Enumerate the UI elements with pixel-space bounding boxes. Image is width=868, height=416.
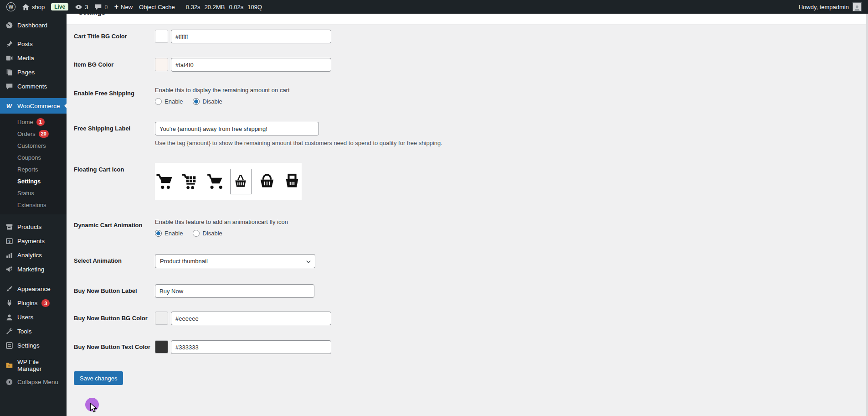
buy-now-label-input[interactable] [155, 284, 314, 298]
submenu-item-coupons[interactable]: Coupons [0, 151, 67, 163]
site-link[interactable]: shop [22, 3, 45, 11]
sidebar-item-label: Media [17, 55, 34, 62]
buy-now-text-color-input[interactable] [171, 340, 331, 354]
sidebar-item-label: Comments [17, 83, 47, 90]
comments-indicator[interactable]: 0 [94, 3, 108, 11]
cart-title-bg-color-input[interactable] [171, 30, 331, 43]
basket-outline-icon-selected[interactable] [230, 169, 252, 194]
row-select-animation: Select Animation Product thumbnail [74, 254, 861, 268]
cart-tilt-icon[interactable] [205, 172, 224, 192]
field-label: Floating Cart Icon [74, 163, 155, 200]
megaphone-icon [5, 265, 13, 274]
radio-checked[interactable] [193, 98, 200, 105]
free-shipping-enable-radio[interactable]: Enable [155, 98, 183, 105]
sidebar-item-analytics[interactable]: Analytics [0, 248, 67, 262]
settings-sliders-icon [5, 342, 13, 350]
radio-unchecked[interactable] [193, 230, 200, 237]
svg-text:$: $ [8, 239, 10, 244]
field-label: Enable Free Shipping [74, 87, 155, 105]
sidebar-item-users[interactable]: Users [0, 310, 67, 324]
item-bg-color-input[interactable] [171, 58, 331, 72]
sidebar-item-appearance[interactable]: Appearance [0, 282, 67, 296]
buy-now-bg-color-input[interactable] [171, 312, 331, 325]
sidebar-item-media[interactable]: Media [0, 51, 67, 65]
chevron-down-icon [306, 260, 311, 264]
row-enable-free-shipping: Enable Free Shipping Enable this to disp… [74, 87, 861, 105]
cart-animation-disable-radio[interactable]: Disable [193, 230, 222, 237]
submenu-item-orders[interactable]: Orders 20 [0, 128, 67, 140]
sidebar-item-posts[interactable]: Posts [0, 37, 67, 51]
woocommerce-logo-icon: W [5, 102, 13, 110]
sidebar-item-dashboard[interactable]: Dashboard [0, 18, 67, 32]
sidebar-item-wp-file-manager[interactable]: W WP File Manager [0, 358, 67, 372]
sidebar-item-pages[interactable]: Pages [0, 65, 67, 79]
submenu-item-reports[interactable]: Reports [0, 163, 67, 175]
color-swatch[interactable] [155, 340, 168, 354]
live-badge[interactable]: Live [51, 3, 68, 10]
sidebar-item-plugins[interactable]: Plugins 3 [0, 296, 67, 310]
cart-animation-enable-radio[interactable]: Enable [155, 230, 183, 237]
field-help: Use the tag {amount} to show the remaini… [155, 140, 442, 146]
row-free-shipping-label: Free Shipping Label Use the tag {amount}… [74, 122, 861, 146]
dashboard-gauge-icon [5, 21, 13, 30]
updates-count: 3 [85, 4, 88, 10]
submenu-item-settings[interactable]: Settings [0, 175, 67, 187]
color-swatch[interactable] [155, 312, 168, 325]
wordpress-menu[interactable]: W [6, 2, 15, 11]
submenu-item-home[interactable]: Home 1 [0, 116, 67, 128]
field-label: Free Shipping Label [74, 122, 155, 146]
howdy-account-link[interactable]: Howdy, tempadmin [799, 4, 849, 10]
sidebar-item-products[interactable]: Products [0, 220, 67, 234]
free-shipping-disable-radio[interactable]: Disable [193, 98, 222, 105]
submenu-label: Coupons [17, 154, 41, 161]
svg-text:W: W [8, 365, 10, 367]
submenu-item-extensions[interactable]: Extensions [0, 199, 67, 211]
sidebar-item-marketing[interactable]: Marketing [0, 262, 67, 276]
sidebar-item-label: WP File Manager [17, 359, 63, 372]
field-help: Enable this feature to add an animationc… [155, 218, 288, 225]
plus-icon: + [114, 3, 118, 10]
sidebar-item-woocommerce[interactable]: W WooCommerce [0, 98, 67, 114]
paintbrush-icon [5, 285, 13, 293]
animation-select[interactable]: Product thumbnail [155, 254, 315, 268]
sidebar-item-tools[interactable]: Tools [0, 324, 67, 338]
sidebar-item-label: Products [17, 224, 41, 230]
save-changes-button[interactable]: Save changes [74, 371, 123, 385]
sidebar-item-settings[interactable]: Settings [0, 338, 67, 353]
radio-checked[interactable] [155, 230, 162, 237]
sidebar-item-label: Collapse Menu [17, 379, 58, 385]
sidebar-item-comments[interactable]: Comments [0, 79, 67, 94]
performance-stats: 0.32s 20.2MB 0.02s 109Q [186, 4, 262, 10]
folder-icon: W [5, 361, 13, 369]
field-label: Select Animation [74, 254, 155, 268]
object-cache-menu[interactable]: Object Cache [139, 4, 175, 10]
sidebar-item-label: Marketing [17, 266, 44, 273]
radio-unchecked[interactable] [155, 98, 162, 105]
sidebar-item-label: Dashboard [17, 22, 47, 29]
row-buy-now-bg-color: Buy Now Button BG Color [74, 312, 861, 325]
color-swatch[interactable] [155, 58, 168, 71]
radio-label: Disable [202, 230, 222, 237]
cart-solid-icon[interactable] [155, 172, 174, 192]
submenu-item-customers[interactable]: Customers [0, 140, 67, 151]
sidebar-item-collapse-menu[interactable]: Collapse Menu [0, 375, 67, 389]
row-floating-cart-icon: Floating Cart Icon [74, 163, 861, 200]
avatar[interactable] [853, 2, 862, 11]
site-name: shop [32, 4, 45, 10]
sidebar-item-label: WooCommerce [17, 103, 60, 109]
submenu-label: Status [17, 190, 34, 197]
cart-grid-icon[interactable] [180, 172, 199, 192]
new-menu[interactable]: + New [114, 3, 133, 10]
free-shipping-label-input[interactable] [155, 122, 319, 135]
basket-square-handle-icon[interactable] [282, 172, 302, 192]
field-label: Buy Now Button Text Color [74, 340, 155, 354]
color-swatch[interactable] [155, 30, 168, 43]
scrollbar[interactable] [866, 14, 868, 416]
basket-striped-icon[interactable] [257, 172, 277, 192]
submenu-item-status[interactable]: Status [0, 187, 67, 199]
sidebar-item-payments[interactable]: $ Payments [0, 234, 67, 248]
updates-indicator[interactable]: 3 [75, 3, 88, 11]
settings-form: Cart Title BG Color Item BG Color Enable… [67, 24, 868, 385]
howdy-label: Howdy, tempadmin [799, 4, 849, 10]
row-buy-now-text-color: Buy Now Button Text Color [74, 340, 861, 354]
